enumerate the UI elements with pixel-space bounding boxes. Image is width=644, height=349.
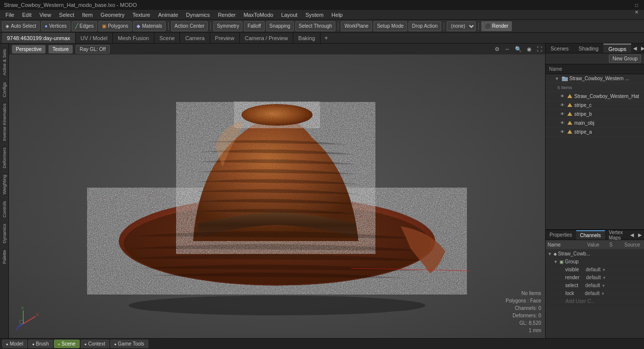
ch-lock-value[interactable]: default ▼: [577, 291, 607, 296]
polygons-button[interactable]: ▣ Polygons: [98, 21, 132, 31]
sidebar-tab-dynamics[interactable]: Dynamics: [1, 220, 8, 247]
right-panel-collapse-icon[interactable]: ◀: [631, 46, 639, 51]
viewport[interactable]: Perspective Texture Ray GL: Off ⚙ ↔ 🔍 ◉ …: [9, 44, 545, 338]
menu-render[interactable]: Render: [214, 11, 239, 19]
tab-uv-model[interactable]: UV / Model: [76, 33, 113, 43]
sidebar-tab-configs[interactable]: Configs: [1, 79, 8, 100]
tab-day-unmax[interactable]: 9748:4630199:day-unmax: [2, 33, 76, 43]
menu-system[interactable]: System: [302, 11, 327, 19]
menu-view[interactable]: View: [36, 11, 55, 19]
menu-geometry[interactable]: Geometry: [97, 11, 128, 19]
menu-select[interactable]: Select: [55, 11, 78, 19]
mode-scene-button[interactable]: ● Scene: [54, 340, 80, 348]
tab-add-button[interactable]: +: [321, 33, 332, 43]
tab-preview[interactable]: Preview: [210, 33, 240, 43]
tab-groups[interactable]: Groups: [603, 44, 631, 53]
visibility-icon-1[interactable]: 👁: [559, 102, 565, 108]
visibility-icon-2[interactable]: 👁: [559, 111, 565, 117]
visibility-icon-3[interactable]: 👁: [559, 120, 565, 126]
tree-expand-icon[interactable]: ▼: [553, 75, 560, 82]
menu-maxtomodo[interactable]: MaxToModo: [240, 11, 276, 19]
viewport-icon-4[interactable]: ◉: [527, 46, 532, 52]
ch-group-row[interactable]: ▼ ▣ Group: [546, 258, 644, 266]
mode-context-button[interactable]: ● Context: [81, 340, 109, 348]
tab-scene[interactable]: Scene: [154, 33, 180, 43]
drop-action-button[interactable]: Drop Action: [409, 21, 441, 31]
menu-layout[interactable]: Layout: [277, 11, 301, 19]
ch-lock-row[interactable]: lock default ▼: [546, 290, 644, 298]
tree-item-3[interactable]: 👁 main_obj: [546, 119, 644, 128]
tab-properties[interactable]: Properties: [546, 230, 576, 240]
ch-lock-label: lock: [565, 291, 577, 296]
menu-file[interactable]: File: [2, 11, 18, 19]
visibility-icon-4[interactable]: 👁: [559, 129, 565, 135]
auto-select-button[interactable]: ◈ Auto Select: [2, 21, 40, 31]
ch-add-user-row[interactable]: Add User C...: [546, 298, 644, 305]
menu-edit[interactable]: Edit: [19, 11, 35, 19]
render-button[interactable]: ⬛ Render: [481, 21, 512, 31]
tree-item-0[interactable]: 👁 Straw_Cowboy_Western_Hat: [546, 92, 644, 101]
vertices-button[interactable]: ● Vertices: [41, 21, 70, 31]
right-panel-expand-icon[interactable]: ▶: [639, 46, 644, 51]
edges-button[interactable]: ╱ Edges: [72, 21, 97, 31]
mode-model-button[interactable]: ● Model: [2, 340, 27, 348]
ch-select-row[interactable]: select default ▼: [546, 282, 644, 290]
ch-root-expand[interactable]: ▼: [548, 251, 553, 256]
tree-root-item[interactable]: ▼ Straw_Cowboy_Western ...: [546, 74, 644, 83]
action-center-button[interactable]: Action Center: [171, 21, 208, 31]
ch-root-row[interactable]: ▼ ◆ Straw_Cowb...: [546, 250, 644, 258]
mode-brush-button[interactable]: ● Brush: [28, 340, 53, 348]
menu-dynamics[interactable]: Dynamics: [183, 11, 213, 19]
menu-animate[interactable]: Animate: [155, 11, 182, 19]
menu-help[interactable]: Help: [328, 11, 346, 19]
setup-mode-button[interactable]: Setup Mode: [373, 21, 407, 31]
falloff-button[interactable]: Falloff: [244, 21, 264, 31]
tab-vertex-maps[interactable]: Vertex Maps: [605, 230, 628, 240]
tab-channels[interactable]: Channels: [576, 230, 605, 240]
mode-game-tools-button[interactable]: ● Game Tools: [110, 340, 148, 348]
tree-item-4[interactable]: 👁 stripe_a: [546, 128, 644, 137]
select-through-button[interactable]: Select Through: [295, 21, 336, 31]
sidebar-tab-weighting[interactable]: Weighting: [1, 171, 8, 198]
close-button[interactable]: ✕: [633, 8, 640, 15]
sidebar-tab-controls[interactable]: Controls: [1, 198, 8, 221]
ch-visible-row[interactable]: visible default ▼: [546, 266, 644, 274]
bottom-panel-icon-1[interactable]: ◀: [628, 232, 636, 238]
none-dropdown[interactable]: (none): [447, 21, 476, 31]
bottom-panel-icon-2[interactable]: ▶: [636, 232, 644, 238]
sidebar-tab-palette[interactable]: Palette: [1, 247, 8, 267]
ch-render-row[interactable]: render default ▼: [546, 274, 644, 282]
raygl-button[interactable]: Ray GL: Off: [76, 45, 110, 53]
texture-button[interactable]: Texture: [48, 45, 73, 53]
sidebar-tab-active-sets[interactable]: Active & Sets: [1, 46, 8, 79]
menu-texture[interactable]: Texture: [129, 11, 154, 19]
viewport-icon-2[interactable]: ↔: [505, 46, 510, 52]
maximize-button[interactable]: □: [633, 1, 640, 8]
tab-mesh-fusion[interactable]: Mesh Fusion: [113, 33, 154, 43]
tab-camera[interactable]: Camera: [180, 33, 210, 43]
symmetry-button[interactable]: Symmetry: [213, 21, 242, 31]
tab-shading[interactable]: Shading: [574, 44, 603, 53]
tab-scenes[interactable]: Scenes: [546, 44, 574, 53]
tab-baking[interactable]: Baking: [293, 33, 321, 43]
materials-button[interactable]: ◆ Materials: [133, 21, 166, 31]
viewport-icon-1[interactable]: ⚙: [495, 46, 500, 52]
sidebar-tab-deformers[interactable]: Deformers: [1, 144, 8, 171]
scene-tree[interactable]: ▼ Straw_Cowboy_Western ... 5 Items 👁 Str…: [546, 74, 644, 229]
workplane-button[interactable]: WorkPlane: [341, 21, 372, 31]
snapping-button[interactable]: Snapping: [266, 21, 294, 31]
visibility-icon-0[interactable]: 👁: [559, 94, 565, 100]
perspective-button[interactable]: Perspective: [12, 45, 46, 53]
ch-select-value[interactable]: default ▼: [578, 283, 607, 288]
viewport-icon-3[interactable]: 🔍: [515, 46, 522, 52]
tree-item-2[interactable]: 👁 stripe_b: [546, 110, 644, 119]
sidebar-tab-ik[interactable]: Inverse Kinematics: [1, 100, 8, 144]
viewport-icon-5[interactable]: ⛶: [537, 46, 542, 52]
tab-camera-preview[interactable]: Camera / Preview: [240, 33, 293, 43]
ch-group-expand[interactable]: ▼: [553, 259, 559, 264]
tree-item-1[interactable]: 👁 stripe_c: [546, 101, 644, 110]
menu-item[interactable]: Item: [79, 11, 96, 19]
ch-visible-value[interactable]: default ▼: [579, 267, 607, 272]
new-group-button[interactable]: New Group: [609, 54, 641, 63]
ch-render-value[interactable]: default ▼: [579, 275, 608, 280]
